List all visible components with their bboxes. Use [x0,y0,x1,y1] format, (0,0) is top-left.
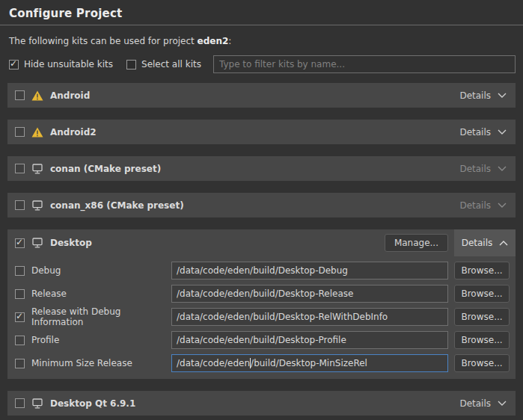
warning-icon [31,90,43,101]
build-dir-input[interactable] [171,285,448,303]
page-title: Configure Project [9,7,514,20]
chevron-down-icon [498,203,507,208]
kit-list: Android Details Android2 Details [0,83,523,416]
kit-name: Desktop [50,238,92,248]
details-toggle: Details [459,164,507,174]
build-dir-input[interactable] [171,308,448,326]
kit-checkbox[interactable] [15,127,25,137]
build-config-row-debug: Debug Browse... [15,262,510,280]
kit-name: Android2 [50,127,97,138]
desktop-icon [31,238,43,248]
browse-button[interactable]: Browse... [454,308,510,326]
kit-checkbox[interactable] [15,164,25,173]
kit-checkbox[interactable] [15,90,25,100]
page-header: Configure Project [0,0,523,25]
browse-button[interactable]: Browse... [454,354,510,372]
chevron-down-icon [498,93,507,98]
config-label: Profile [31,335,171,345]
build-config-row-minsizerel: Minimum Size Release /data/code/eden/bui… [15,354,510,372]
kit-name: Android [50,90,90,101]
chevron-down-icon [498,129,507,135]
build-config-row-relwithdebinfo: Release with Debug Information Browse... [15,308,510,326]
kit-name: Desktop Qt 6.9.1 [50,398,135,409]
details-toggle[interactable]: Details [459,398,507,409]
project-name: eden2 [198,36,229,46]
build-dir-input[interactable] [171,262,448,280]
browse-button[interactable]: Browse... [454,262,510,280]
build-dir-input[interactable] [171,331,448,349]
config-checkbox[interactable] [15,266,25,276]
warning-icon [31,127,43,138]
kit-row-conan[interactable]: conan (CMake preset) Details [7,156,516,181]
configure-project-page: Configure Project The following kits can… [0,0,523,420]
build-dir-input-focused[interactable]: /data/code/eden/build/Desktop-MinSizeRel [171,354,448,372]
kit-section-desktop: Desktop Manage... Details Debug Browse..… [7,229,516,379]
kit-name: conan (CMake preset) [50,164,161,174]
details-toggle: Details [459,200,507,211]
select-all-checkbox[interactable] [126,60,136,70]
kit-checkbox[interactable] [15,238,25,248]
browse-button[interactable]: Browse... [454,285,510,303]
details-toggle[interactable]: Details [454,229,516,256]
kit-checkbox[interactable] [15,398,25,408]
browse-button[interactable]: Browse... [454,331,510,349]
config-checkbox[interactable] [15,289,25,299]
config-checkbox[interactable] [15,312,25,322]
chevron-up-icon [499,241,508,246]
config-label: Release with Debug Information [31,306,171,327]
kit-row-android[interactable]: Android Details [7,83,516,108]
kit-filter-input[interactable] [213,55,516,73]
chevron-down-icon [498,401,507,406]
desktop-icon [31,164,43,174]
filter-toolbar: Hide unsuitable kits Select all kits [9,55,516,73]
config-label: Debug [31,265,171,276]
desktop-icon [31,200,43,211]
kit-row-android2[interactable]: Android2 Details [7,120,516,144]
config-checkbox[interactable] [15,336,25,345]
hide-unsuitable-kits-toggle[interactable]: Hide unsuitable kits [9,59,113,70]
manage-button[interactable]: Manage... [385,234,448,252]
build-config-row-profile: Profile Browse... [15,331,510,349]
hide-unsuitable-checkbox[interactable] [9,60,19,70]
config-label: Minimum Size Release [31,358,171,368]
kit-row-desktop[interactable]: Desktop Manage... Details [7,229,516,256]
details-toggle[interactable]: Details [459,127,507,138]
kit-row-desktop-qt-691[interactable]: Desktop Qt 6.9.1 Details [7,391,516,416]
kit-row-conan-x86[interactable]: conan_x86 (CMake preset) Details [7,193,516,217]
config-checkbox[interactable] [15,359,25,368]
desktop-icon [31,398,43,409]
details-toggle[interactable]: Details [459,90,507,101]
config-label: Release [31,288,171,299]
select-all-label: Select all kits [141,59,201,70]
select-all-kits-toggle[interactable]: Select all kits [126,59,201,70]
hide-unsuitable-label: Hide unsuitable kits [24,59,113,70]
chevron-down-icon [498,166,507,171]
intro-text: The following kits can be used for proje… [9,36,514,46]
build-config-row-release: Release Browse... [15,285,510,303]
kit-name: conan_x86 (CMake preset) [50,200,184,211]
kit-checkbox[interactable] [15,200,25,210]
